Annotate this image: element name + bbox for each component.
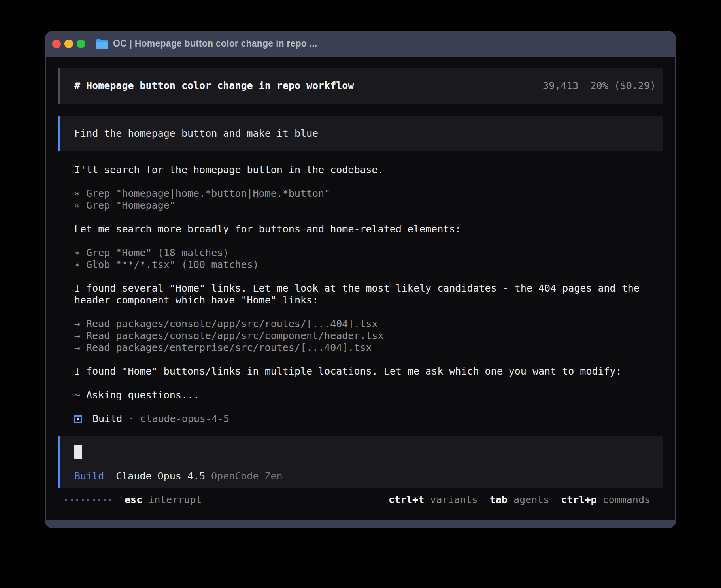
terminal-window: OC | Homepage button color change in rep… xyxy=(45,31,676,528)
tool-call-grep: ∗Grep "Home" (18 matches) xyxy=(74,247,663,259)
assistant-paragraph: I found several "Home" links. Let me loo… xyxy=(74,283,663,306)
tool-call-grep: ∗Grep "homepage|home.*button|Home.*butto… xyxy=(74,188,663,200)
spinner-dot xyxy=(87,499,89,501)
separator-dot: · xyxy=(128,413,134,425)
tool-call-read: →Read packages/console/app/src/component… xyxy=(74,330,663,342)
desktop-background: OC | Homepage button color change in rep… xyxy=(0,0,721,588)
shortcut-variants: ctrl+t variants xyxy=(389,494,478,506)
tool-call-read: →Read packages/enterprise/src/routes/[..… xyxy=(74,342,663,354)
session-title: # Homepage button color change in repo w… xyxy=(74,80,354,92)
prompt-input[interactable]: Build Claude Opus 4.5 OpenCode Zen xyxy=(58,436,663,488)
zoom-button[interactable] xyxy=(77,40,85,48)
tool-call-read: →Read packages/console/app/src/routes/[.… xyxy=(74,318,663,330)
asterisk-icon: ∗ xyxy=(74,259,80,270)
context-percent-cost: 20% ($0.29) xyxy=(590,80,656,92)
folder-icon xyxy=(95,38,109,49)
tool-call-glob: ∗Glob "**/*.tsx" (100 matches) xyxy=(74,259,663,271)
tool-call-group: ∗Grep "Home" (18 matches) ∗Glob "**/*.ts… xyxy=(74,247,663,271)
mode-label: Build xyxy=(74,470,104,482)
arrow-right-icon: → xyxy=(74,318,80,330)
user-message-text: Find the homepage button and make it blu… xyxy=(74,128,318,139)
tool-call-group: →Read packages/console/app/src/routes/[.… xyxy=(74,318,663,354)
prompt-meta: Build Claude Opus 4.5 OpenCode Zen xyxy=(74,470,656,482)
agent-name: Build xyxy=(92,413,122,425)
text-cursor xyxy=(74,445,82,459)
close-button[interactable] xyxy=(52,40,61,48)
agent-icon xyxy=(74,415,82,423)
model-label: Claude Opus 4.5 xyxy=(116,470,205,482)
spinner-dot xyxy=(109,499,111,501)
shortcut-commands: ctrl+p commands xyxy=(561,494,650,506)
working-indicator: ~Asking questions... xyxy=(74,389,663,401)
tool-call-group: ∗Grep "homepage|home.*button|Home.*butto… xyxy=(74,188,663,211)
tilde-icon: ~ xyxy=(74,389,80,401)
assistant-paragraph: I found "Home" buttons/links in multiple… xyxy=(74,366,663,377)
user-message: Find the homepage button and make it blu… xyxy=(58,116,663,151)
spinner-dot xyxy=(71,499,73,501)
minimize-button[interactable] xyxy=(64,40,73,48)
spinner-dot xyxy=(98,499,100,501)
terminal-content: # Homepage button color change in repo w… xyxy=(46,57,675,520)
assistant-paragraph: I'll search for the homepage button in t… xyxy=(74,164,663,176)
assistant-paragraph: Let me search more broadly for buttons a… xyxy=(74,223,663,235)
assistant-transcript: I'll search for the homepage button in t… xyxy=(74,164,663,425)
spinner-dots xyxy=(65,499,115,501)
shortcut-interrupt: esc interrupt xyxy=(125,494,202,506)
footer-bar: esc interrupt ctrl+t variants tab agents… xyxy=(58,494,663,506)
spinner-dot xyxy=(82,499,84,501)
token-count: 39,413 xyxy=(543,80,578,92)
spinner-dot xyxy=(93,499,95,501)
session-header: # Homepage button color change in repo w… xyxy=(58,68,663,104)
spinner-dot xyxy=(76,499,78,501)
asterisk-icon: ∗ xyxy=(74,200,80,211)
agent-status-row: Build · claude-opus-4-5 xyxy=(74,413,663,425)
window-titlebar[interactable]: OC | Homepage button color change in rep… xyxy=(45,31,676,57)
spinner-dot xyxy=(65,499,67,501)
shortcut-agents: tab agents xyxy=(490,494,549,506)
arrow-right-icon: → xyxy=(74,330,80,341)
arrow-right-icon: → xyxy=(74,342,80,353)
window-title: OC | Homepage button color change in rep… xyxy=(113,38,317,49)
tool-call-grep: ∗Grep "Homepage" xyxy=(74,200,663,211)
asterisk-icon: ∗ xyxy=(74,188,80,199)
asterisk-icon: ∗ xyxy=(74,247,80,258)
model-id: claude-opus-4-5 xyxy=(140,413,229,425)
provider-label: OpenCode Zen xyxy=(211,470,283,482)
window-bottom-edge xyxy=(45,520,676,528)
spinner-dot xyxy=(104,499,106,501)
